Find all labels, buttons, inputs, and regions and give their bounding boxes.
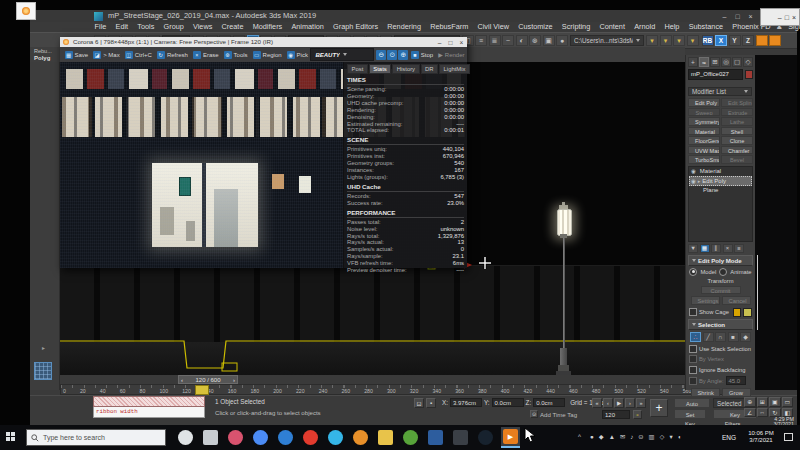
vfb-region-button[interactable]: ▭ Region xyxy=(250,49,284,61)
tray-icon-3[interactable]: ▲ xyxy=(609,433,615,440)
modifier-button[interactable]: Material xyxy=(688,127,720,136)
play-button[interactable]: ▶ xyxy=(614,398,624,408)
asset-tracking-icon-1[interactable]: ▾ xyxy=(646,35,658,46)
ribbon-tab-rebusfarm[interactable]: Rebu... xyxy=(34,48,52,54)
cage-color-swatch-1[interactable] xyxy=(733,308,742,317)
modifier-button[interactable]: Chamfer xyxy=(721,146,753,155)
next-frame-button[interactable]: › xyxy=(625,398,635,408)
rendered-frame-icon[interactable]: ▣ xyxy=(543,35,555,46)
app-icon-1[interactable] xyxy=(226,428,245,447)
rebusfarm-button[interactable]: RB xyxy=(702,35,714,46)
commit-button[interactable]: Commit xyxy=(701,286,741,295)
modifier-button[interactable]: Lathe xyxy=(721,117,753,126)
modifier-button[interactable]: Edit Poly xyxy=(688,98,720,107)
cage-color-swatch-2[interactable] xyxy=(743,308,752,317)
tray-icon-10[interactable]: ◖ xyxy=(678,433,682,440)
app-icon-5[interactable] xyxy=(351,428,370,447)
menu-item[interactable]: RebusFarm xyxy=(426,22,473,32)
vfb-erase-button[interactable]: × Erase xyxy=(190,49,221,61)
bg-close-button[interactable]: × xyxy=(792,14,796,21)
media-player-icon[interactable]: ▶ xyxy=(501,427,520,448)
task-view-icon[interactable] xyxy=(201,428,220,447)
pin-stack-icon[interactable]: ▼ xyxy=(688,244,698,253)
vfb-stats-tab[interactable]: Stats xyxy=(369,64,391,74)
tray-icon-6[interactable]: ⊙ xyxy=(638,433,643,440)
vfb-pick-button[interactable]: ◉ Pick xyxy=(284,49,310,61)
rollout-edit-poly-mode[interactable]: Edit Poly Mode xyxy=(688,255,753,266)
create-tab-icon[interactable]: + xyxy=(688,57,698,67)
vfb-maximize-button[interactable]: □ xyxy=(445,39,456,46)
cortana-icon[interactable] xyxy=(176,428,195,447)
hierarchy-tab-icon[interactable]: ⊞ xyxy=(710,57,720,67)
menu-item[interactable]: Create xyxy=(217,22,248,32)
asset-tracking-icon-4[interactable]: ▾ xyxy=(687,35,699,46)
zoom-extents-icon[interactable]: ▣ xyxy=(769,397,781,407)
menu-item[interactable]: Animation xyxy=(287,22,329,32)
z-coordinate-field[interactable]: 0.0cm xyxy=(533,398,565,407)
render-setup-icon[interactable]: ⊛ xyxy=(529,35,541,46)
vfb-stats-tab[interactable]: DR xyxy=(421,64,439,74)
menu-item[interactable]: Modifiers xyxy=(248,22,287,32)
align-icon[interactable]: ≡ xyxy=(475,35,487,46)
visibility-icon[interactable]: ◉ xyxy=(691,178,696,184)
vfb-tools-button[interactable]: ⊛ Tools xyxy=(221,49,250,61)
modifier-button[interactable]: Extrude xyxy=(721,108,753,117)
asset-tracking-icon-2[interactable]: ▾ xyxy=(660,35,672,46)
menu-item[interactable]: Scripting xyxy=(557,22,595,32)
menu-item[interactable]: Customize xyxy=(514,22,558,32)
ribbon-tab-polygon-modeling[interactable]: Polyg xyxy=(34,55,50,61)
file-explorer-icon[interactable] xyxy=(376,428,395,447)
project-folder-dropdown[interactable]: C:\Users\n...nts\3dsMax xyxy=(570,35,644,46)
zoom-all-icon[interactable]: ⊞ xyxy=(757,397,769,407)
street-lamp[interactable] xyxy=(556,202,571,375)
app-icon-8[interactable] xyxy=(451,428,470,447)
utilities-tab-icon[interactable]: ◇ xyxy=(743,57,753,67)
motion-tab-icon[interactable]: ◎ xyxy=(721,57,731,67)
modifier-button[interactable]: Shell xyxy=(721,127,753,136)
start-button[interactable] xyxy=(6,432,15,441)
close-button[interactable]: × xyxy=(744,12,757,21)
next-frame-arrow[interactable]: › xyxy=(233,377,235,383)
by-angle-checkbox[interactable] xyxy=(689,377,697,385)
prev-frame-arrow[interactable]: ‹ xyxy=(181,377,183,383)
border-mode-icon[interactable]: ∩ xyxy=(715,332,726,342)
tray-icon-2[interactable]: ◆ xyxy=(599,433,604,440)
language-indicator[interactable]: ENG xyxy=(722,434,736,441)
minimize-button[interactable]: – xyxy=(718,12,731,21)
maxscript-listener-white[interactable]: ribbon width xyxy=(93,407,205,418)
goto-end-button[interactable]: » xyxy=(636,398,646,408)
menu-item[interactable]: Rendering xyxy=(383,22,426,32)
vfb-close-button[interactable]: × xyxy=(456,39,467,46)
axis-constraint-z-button[interactable]: Z xyxy=(742,35,754,46)
axis-constraint-x-button[interactable]: X xyxy=(715,35,727,46)
time-ruler[interactable]: 0204060801001201401601802002202402602803… xyxy=(60,384,740,395)
vfb-stop-button[interactable]: ■ Stop xyxy=(408,49,435,61)
display-tab-icon[interactable]: ▢ xyxy=(732,57,742,67)
grow-button[interactable]: Grow xyxy=(722,388,751,397)
modifier-stack-row[interactable]: ◉ Material xyxy=(689,167,752,177)
remove-modifier-icon[interactable]: × xyxy=(723,244,733,253)
modifier-button[interactable]: Edit Spline xyxy=(721,98,753,107)
cancel-button[interactable]: Cancel xyxy=(722,296,751,305)
bg-minimize-button[interactable]: – xyxy=(778,14,782,21)
taskbar-search[interactable]: Type here to search xyxy=(26,429,166,446)
plugin-button-1[interactable] xyxy=(756,35,768,46)
scene-explorer-icon[interactable]: ≣ xyxy=(489,35,501,46)
menu-item[interactable]: Substance xyxy=(684,22,728,32)
set-key-button[interactable]: Set Key xyxy=(674,409,706,419)
modifier-button[interactable]: FloorGenerator xyxy=(688,136,720,145)
visibility-icon[interactable]: ◉ xyxy=(691,168,696,174)
app-icon-3[interactable] xyxy=(301,428,320,447)
bg-maximize-button[interactable]: □ xyxy=(785,14,789,21)
strip-tool-icon[interactable] xyxy=(34,362,52,380)
rollout-selection[interactable]: Selection xyxy=(688,319,753,330)
time-tag[interactable]: ⊙ Add Time Tag xyxy=(530,410,577,418)
vfb-stats-tab[interactable]: Post xyxy=(347,64,368,74)
notification-center-icon[interactable] xyxy=(784,433,793,441)
app-icon-2[interactable] xyxy=(251,428,270,447)
auto-key-button[interactable]: Auto Key xyxy=(674,398,710,408)
menu-item[interactable]: Arnold xyxy=(630,22,660,32)
menu-item[interactable]: Tools xyxy=(133,22,159,32)
configure-modifier-sets-icon[interactable]: ≡ xyxy=(734,244,744,253)
tray-icon-4[interactable]: ✉ xyxy=(620,433,625,440)
